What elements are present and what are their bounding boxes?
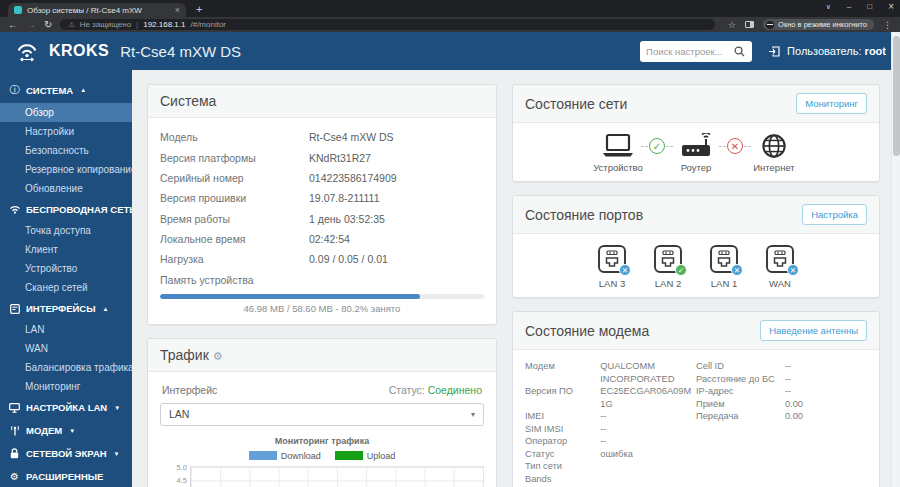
network-status-panel: Состояние сети Мониторинг Устройство [512, 84, 880, 182]
user-name: root [865, 45, 886, 57]
sidebar-item-traffic-balancing[interactable]: Балансировка трафика [0, 358, 132, 377]
menu-dots-icon[interactable]: ⋮ [883, 20, 892, 30]
forward-icon[interactable]: → [26, 20, 36, 30]
link-device-router: ✓ [641, 138, 673, 154]
window-close-button[interactable]: × [888, 1, 894, 12]
interface-select[interactable]: LAN ▾ [160, 403, 484, 426]
reload-icon[interactable]: ↻ [44, 20, 52, 30]
sidebar-item-client[interactable]: Клиент [0, 240, 132, 259]
monitor-icon [8, 403, 21, 413]
side-panel-icon[interactable] [745, 21, 754, 28]
url-host: 192.168.1.1 [143, 20, 185, 29]
router-icon [678, 133, 714, 159]
system-row-load: Нагрузка0.09 / 0.05 / 0.01 [160, 249, 484, 269]
status-value: Соединено [428, 384, 482, 396]
sidebar-section-wireless[interactable]: БЕСПРОВОДНАЯ СЕТЬ ▲ [0, 198, 132, 221]
main-content: Система МодельRt-Cse4 mXW DS Версия плат… [132, 70, 900, 487]
gear-icon: ⚙ [8, 471, 21, 482]
brand-logo: KROKS Rt-Cse4 mXW DS [14, 40, 241, 62]
device-node: Устройство [587, 133, 649, 173]
interface-label: Интерфейс [162, 384, 217, 396]
upload-legend-swatch [335, 451, 363, 460]
sidebar-section-advanced[interactable]: ⚙ РАСШИРЕННЫЕ [0, 465, 132, 487]
warning-icon: ⚠ [68, 21, 74, 29]
browser-tab-strip: Обзор системы / Rt-Cse4 mXW × + ∨ – □ × [0, 0, 900, 17]
modem-row: Тип сети [525, 460, 696, 473]
port-lan3: ✕ LAN 3 [597, 244, 627, 289]
modem-row: Версия ПОEC25ECGAR06A09M1G [525, 385, 696, 410]
chevron-down-icon: ▼ [69, 428, 75, 434]
modem-row: Оператор-- [525, 435, 696, 448]
system-panel-title: Система [160, 93, 216, 109]
internet-node: Интернет [743, 133, 805, 173]
modem-row: Статусошибка [525, 448, 696, 461]
url-bar[interactable]: ⚠ Не защищено | 192.168.1.1/#/monitor [60, 19, 715, 30]
sidebar-item-device[interactable]: Устройство [0, 259, 132, 278]
scrollbar-thumb[interactable] [893, 36, 900, 156]
sidebar-section-lan-settings[interactable]: НАСТРОЙКА LAN ▼ [0, 396, 132, 419]
tab-search-icon[interactable]: ∨ [826, 3, 831, 11]
chart-plot-area [190, 466, 484, 487]
port-down-badge: ✕ [787, 264, 799, 276]
page-scrollbar[interactable] [891, 32, 900, 487]
ports-panel-title: Состояние портов [525, 207, 643, 223]
sidebar-section-modem[interactable]: МОДЕМ ▼ [0, 419, 132, 442]
sidebar-item-update[interactable]: Обновление [0, 179, 132, 198]
interfaces-icon [8, 304, 21, 314]
modem-row: Передача0.00 [696, 410, 867, 423]
check-circle-icon: ✓ [649, 138, 665, 154]
modem-row: Приём0.00 [696, 398, 867, 411]
antenna-pointing-button[interactable]: Наведение антенны [760, 320, 867, 341]
search-input[interactable] [646, 46, 730, 57]
chevron-down-icon: ▼ [114, 451, 120, 457]
settings-search[interactable] [640, 41, 752, 62]
port-down-badge: ✕ [731, 264, 743, 276]
sidebar-section-system[interactable]: ⓘ СИСТЕМА ▲ [0, 77, 132, 103]
modem-panel-title: Состояние модема [525, 323, 649, 339]
browser-tab[interactable]: Обзор системы / Rt-Cse4 mXW × [8, 3, 186, 17]
sidebar-section-interfaces[interactable]: ИНТЕРФЕЙСЫ ▲ [0, 297, 132, 320]
x-circle-icon: ✕ [727, 138, 743, 154]
back-icon[interactable]: ← [8, 20, 18, 30]
incognito-badge: Окно в режиме инкогнито [763, 19, 874, 30]
wifi-icon [8, 205, 21, 214]
traffic-panel-title: Трафик ⚙ [160, 347, 223, 363]
sidebar-item-overview[interactable]: Обзор [0, 103, 132, 122]
chevron-up-icon: ▲ [80, 87, 86, 93]
sidebar-section-firewall[interactable]: СЕТЕВОЙ ЭКРАН ▼ [0, 442, 132, 465]
ports-status-panel: Состояние портов Настройка [512, 195, 880, 298]
sidebar-item-security[interactable]: Безопасность [0, 141, 132, 160]
user-menu[interactable]: Пользователь: root [768, 45, 886, 58]
new-tab-button[interactable]: + [196, 3, 202, 15]
sidebar-item-lan[interactable]: LAN [0, 320, 132, 339]
sidebar-item-monitoring[interactable]: Мониторинг [0, 377, 132, 396]
search-icon[interactable] [734, 46, 745, 57]
system-row-platform: Версия платформыKNdRt31R27 [160, 147, 484, 167]
traffic-chart: kbps 5.0 4.5 4.0 3.5 3.0 2.5 2.0 [160, 466, 484, 487]
modem-row: IMEI-- [525, 410, 696, 423]
memory-progress-bar [160, 294, 484, 299]
favicon [14, 6, 22, 14]
url-path: /#/monitor [190, 20, 226, 29]
modem-row: МодемQUALCOMM INCORPORATED [525, 360, 696, 385]
bookmark-star-icon[interactable]: ☆ [728, 20, 736, 30]
link-router-internet: ✕ [719, 138, 751, 154]
sidebar-item-network-scanner[interactable]: Сканер сетей [0, 278, 132, 297]
gear-icon[interactable]: ⚙ [213, 350, 223, 362]
system-row-serial: Серийный номер014223586174909 [160, 168, 484, 188]
modem-row: SIM IMSI-- [525, 423, 696, 436]
modem-row: IP-адрес-- [696, 385, 867, 398]
tab-close-icon[interactable]: × [175, 6, 180, 14]
port-settings-button[interactable]: Настройка [802, 204, 867, 225]
y-axis-ticks: 5.0 4.5 4.0 3.5 3.0 2.5 2.0 [170, 466, 190, 487]
brand-name: KROKS [49, 42, 109, 60]
window-minimize-button[interactable]: – [847, 2, 851, 11]
sidebar-item-wan[interactable]: WAN [0, 339, 132, 358]
connection-status: Статус: Соединено [389, 384, 482, 396]
sidebar-item-backup[interactable]: Резервное копирование [0, 160, 132, 179]
incognito-icon [766, 21, 774, 29]
sidebar-item-settings[interactable]: Настройки [0, 122, 132, 141]
monitoring-button[interactable]: Мониторинг [796, 93, 867, 114]
sidebar-item-access-point[interactable]: Точка доступа [0, 221, 132, 240]
window-maximize-button[interactable]: □ [867, 2, 872, 11]
